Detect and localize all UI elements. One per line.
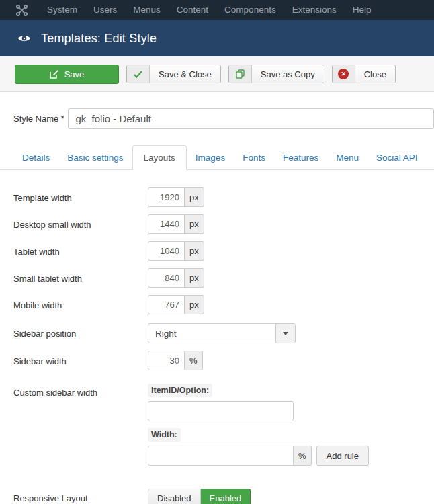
desktop-small-width-label: Desktop small width <box>13 219 148 230</box>
admin-menu: System Users Menus Content Components Ex… <box>39 0 379 20</box>
sidebar-position-row: Sidebar position Right <box>13 323 434 343</box>
save-as-copy-label: Save as Copy <box>252 65 324 83</box>
sidebar-width-row: Sidebar width % <box>13 351 434 370</box>
chevron-down-icon[interactable] <box>275 324 295 343</box>
sidebar-position-select[interactable]: Right <box>148 323 296 343</box>
desktop-small-width-input[interactable] <box>148 214 185 234</box>
responsive-layout-toggle: Disabled Enabled <box>148 489 251 504</box>
small-tablet-width-row: Small tablet width px <box>13 268 434 288</box>
tab-fonts[interactable]: Fonts <box>234 146 274 169</box>
sidebar-width-unit: % <box>185 351 203 370</box>
tab-features[interactable]: Features <box>274 146 327 169</box>
responsive-disabled-button[interactable]: Disabled <box>148 489 201 504</box>
mobile-width-input[interactable] <box>148 295 185 314</box>
save-pencil-icon <box>50 69 59 79</box>
save-close-label: Save & Close <box>150 65 220 83</box>
small-tablet-width-unit: px <box>185 268 204 288</box>
tab-clipped[interactable]: C <box>427 146 434 169</box>
tab-layouts[interactable]: Layouts <box>132 145 187 170</box>
sidebar-width-label: Sidebar width <box>13 355 148 366</box>
toolbar: Save Save & Close Save as Copy ✕ Close <box>0 56 434 92</box>
page-header: Templates: Edit Style <box>0 20 434 56</box>
menu-item-content[interactable]: Content <box>169 0 216 20</box>
itemid-option-input[interactable] <box>148 401 294 421</box>
sidebar-width-input[interactable] <box>148 351 185 370</box>
tablet-width-label: Tablet width <box>13 246 148 257</box>
style-name-row: Style Name * <box>13 108 434 129</box>
style-name-label: Style Name * <box>13 114 68 124</box>
tab-details[interactable]: Details <box>13 146 58 169</box>
check-icon <box>127 65 150 83</box>
tablet-width-unit: px <box>185 241 204 261</box>
save-as-copy-button[interactable]: Save as Copy <box>228 65 324 83</box>
sidebar-position-label: Sidebar position <box>13 328 148 339</box>
menu-item-menus[interactable]: Menus <box>125 0 169 20</box>
tablet-width-input[interactable] <box>148 241 185 261</box>
joomla-logo-icon <box>16 5 28 16</box>
desktop-small-width-unit: px <box>185 214 204 234</box>
tablet-width-row: Tablet width px <box>13 241 434 261</box>
layouts-panel: Template width px Desktop small width px… <box>0 170 434 504</box>
save-button[interactable]: Save <box>15 65 119 84</box>
width-rule-row: % Add rule <box>148 446 369 466</box>
mobile-width-row: Mobile width px <box>13 295 434 314</box>
template-width-input[interactable] <box>148 187 185 207</box>
add-rule-button[interactable]: Add rule <box>316 446 369 466</box>
admin-menu-bar: System Users Menus Content Components Ex… <box>0 0 434 20</box>
mobile-width-label: Mobile width <box>13 300 148 310</box>
save-close-button[interactable]: Save & Close <box>126 65 221 83</box>
width-label: Width: <box>148 428 181 442</box>
menu-item-components[interactable]: Components <box>216 0 284 20</box>
mobile-width-unit: px <box>185 295 204 314</box>
small-tablet-width-input[interactable] <box>148 268 185 288</box>
responsive-enabled-button[interactable]: Enabled <box>201 489 251 504</box>
menu-item-extensions[interactable]: Extensions <box>284 0 345 20</box>
style-name-input[interactable] <box>68 108 434 129</box>
copy-icon <box>229 65 252 83</box>
small-tablet-width-label: Small tablet width <box>13 273 148 284</box>
template-width-unit: px <box>185 187 204 207</box>
template-width-label: Template width <box>13 192 148 203</box>
tab-basic-settings[interactable]: Basic settings <box>58 146 132 169</box>
page-title: Templates: Edit Style <box>41 32 157 46</box>
menu-item-help[interactable]: Help <box>345 0 380 20</box>
save-button-label: Save <box>64 69 85 79</box>
desktop-small-width-row: Desktop small width px <box>13 214 434 234</box>
menu-item-system[interactable]: System <box>39 0 85 20</box>
settings-tabs: Details Basic settings Layouts Images Fo… <box>0 145 434 170</box>
width-input[interactable] <box>148 446 294 466</box>
tab-social-api[interactable]: Social API <box>367 146 427 169</box>
edit-style-form: Style Name * Details Basic settings Layo… <box>0 108 434 504</box>
responsive-layout-label: Responsive Layout <box>13 493 148 503</box>
close-button[interactable]: ✕ Close <box>332 65 396 83</box>
tab-images[interactable]: Images <box>187 146 234 169</box>
template-width-row: Template width px <box>13 187 434 207</box>
custom-sidebar-width-label: Custom sidebar width <box>13 384 148 398</box>
responsive-layout-row: Responsive Layout Disabled Enabled <box>13 489 434 504</box>
tab-menu[interactable]: Menu <box>327 146 367 169</box>
close-circle-icon: ✕ <box>333 65 355 83</box>
close-button-label: Close <box>355 65 395 83</box>
eye-icon <box>17 34 31 43</box>
menu-item-users[interactable]: Users <box>85 0 125 20</box>
custom-sidebar-width-row: Custom sidebar width ItemID/Option: Widt… <box>13 384 434 466</box>
width-unit: % <box>294 446 312 466</box>
sidebar-position-value: Right <box>148 324 275 343</box>
itemid-option-label: ItemID/Option: <box>148 384 212 397</box>
